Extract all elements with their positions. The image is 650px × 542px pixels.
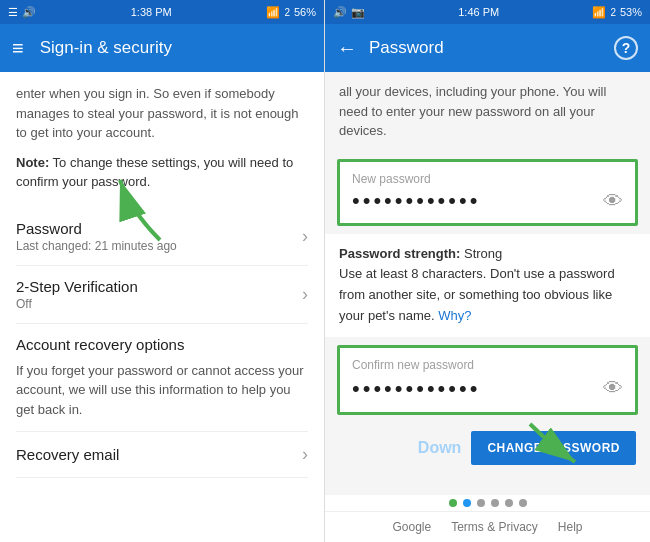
right-panel-title: Password xyxy=(369,38,444,58)
new-password-eye-icon[interactable]: 👁 xyxy=(603,190,623,213)
new-password-label: New password xyxy=(352,172,623,186)
wifi-icon-left: 📶 xyxy=(266,6,280,19)
dot-6 xyxy=(519,499,527,507)
top-bar-right: ← Password ? xyxy=(325,24,650,72)
wifi-icon-right: 📶 xyxy=(592,6,606,19)
top-bar-left: ≡ Sign-in & security xyxy=(0,24,324,72)
new-password-field[interactable]: New password •••••••••••• 👁 xyxy=(337,159,638,226)
password-top-text: all your devices, including your phone. … xyxy=(325,72,650,151)
status-bar-left: ☰ 🔊 1:38 PM 📶 2 56% xyxy=(0,0,324,24)
recovery-email-chevron-icon: › xyxy=(302,444,308,465)
two-step-menu-item[interactable]: 2-Step Verification Off › xyxy=(16,266,308,324)
volume-icon-right: 🔊 xyxy=(333,6,347,19)
left-content: enter when you sign in. So even if someb… xyxy=(0,72,324,542)
status-time-right: 1:46 PM xyxy=(458,6,499,18)
status-right-icons-left: 📶 2 56% xyxy=(266,6,316,19)
dot-2 xyxy=(463,499,471,507)
account-recovery-desc: If you forget your password or cannot ac… xyxy=(16,361,308,420)
signal-num-right: 2 xyxy=(610,7,616,18)
footer-links: Google Terms & Privacy Help xyxy=(325,511,650,542)
change-password-button[interactable]: CHANGE PASSWORD xyxy=(471,431,636,465)
right-content: all your devices, including your phone. … xyxy=(325,72,650,495)
dot-3 xyxy=(477,499,485,507)
strength-label: Password strength: Strong xyxy=(339,244,636,265)
status-bar-right: 🔊 📷 1:46 PM 📶 2 53% xyxy=(325,0,650,24)
footer-terms-link[interactable]: Terms & Privacy xyxy=(451,520,538,534)
dot-4 xyxy=(491,499,499,507)
change-password-row: Down CHANGE PASSWORD xyxy=(325,423,650,473)
battery-icon-left: 56% xyxy=(294,6,316,18)
recovery-email-title: Recovery email xyxy=(16,446,302,463)
confirm-password-eye-icon[interactable]: 👁 xyxy=(603,377,623,400)
two-step-item-info: 2-Step Verification Off xyxy=(16,278,302,311)
account-recovery-section: Account recovery options If you forget y… xyxy=(16,324,308,433)
intro-text: enter when you sign in. So even if someb… xyxy=(16,84,308,143)
dot-indicators xyxy=(325,495,650,511)
hamburger-menu-icon[interactable]: ≡ xyxy=(12,37,24,60)
dot-5 xyxy=(505,499,513,507)
left-panel-title: Sign-in & security xyxy=(40,38,172,58)
footer-help-link[interactable]: Help xyxy=(558,520,583,534)
new-password-row: •••••••••••• 👁 xyxy=(352,190,623,213)
account-recovery-title: Account recovery options xyxy=(16,336,308,353)
back-icon[interactable]: ← xyxy=(337,37,357,60)
right-panel: 🔊 📷 1:46 PM 📶 2 53% ← Password ? all you… xyxy=(325,0,650,542)
password-menu-item[interactable]: Password Last changed: 21 minutes ago › xyxy=(16,208,308,266)
two-step-item-subtitle: Off xyxy=(16,297,302,311)
top-bar-left-section: ← Password xyxy=(337,37,444,60)
password-item-info: Password Last changed: 21 minutes ago xyxy=(16,220,302,253)
help-icon[interactable]: ? xyxy=(614,36,638,60)
footer-google-link[interactable]: Google xyxy=(392,520,431,534)
battery-icon-right: 53% xyxy=(620,6,642,18)
new-password-dots: •••••••••••• xyxy=(352,190,480,212)
strength-desc: Use at least 8 characters. Don't use a p… xyxy=(339,264,636,326)
confirm-password-row: •••••••••••• 👁 xyxy=(352,376,623,402)
note-text: Note: To change these settings, you will… xyxy=(16,153,308,192)
why-link[interactable]: Why? xyxy=(438,308,471,323)
signal-icon-left: 2 xyxy=(284,7,290,18)
password-strength-section: Password strength: Strong Use at least 8… xyxy=(325,234,650,337)
password-item-title: Password xyxy=(16,220,302,237)
confirm-password-field[interactable]: Confirm new password •••••••••••• 👁 xyxy=(337,345,638,415)
confirm-password-label: Confirm new password xyxy=(352,358,623,372)
left-panel: ☰ 🔊 1:38 PM 📶 2 56% ≡ Sign-in & security… xyxy=(0,0,325,542)
two-step-chevron-icon: › xyxy=(302,284,308,305)
image-icon-right: 📷 xyxy=(351,6,365,19)
status-time-left: 1:38 PM xyxy=(131,6,172,18)
status-left-icons: ☰ 🔊 xyxy=(8,6,36,19)
status-left-icons-right: 🔊 📷 xyxy=(333,6,365,19)
menu-status-icon: ☰ xyxy=(8,6,18,19)
volume-icon: 🔊 xyxy=(22,6,36,19)
watermark-text: Down xyxy=(418,439,462,457)
two-step-item-title: 2-Step Verification xyxy=(16,278,302,295)
confirm-password-dots: •••••••••••• xyxy=(352,376,480,402)
recovery-email-info: Recovery email xyxy=(16,446,302,463)
password-chevron-icon: › xyxy=(302,226,308,247)
strength-value: Strong xyxy=(464,246,502,261)
status-right-icons-right: 📶 2 53% xyxy=(592,6,642,19)
dot-1 xyxy=(449,499,457,507)
recovery-email-menu-item[interactable]: Recovery email › xyxy=(16,432,308,478)
password-item-subtitle: Last changed: 21 minutes ago xyxy=(16,239,302,253)
